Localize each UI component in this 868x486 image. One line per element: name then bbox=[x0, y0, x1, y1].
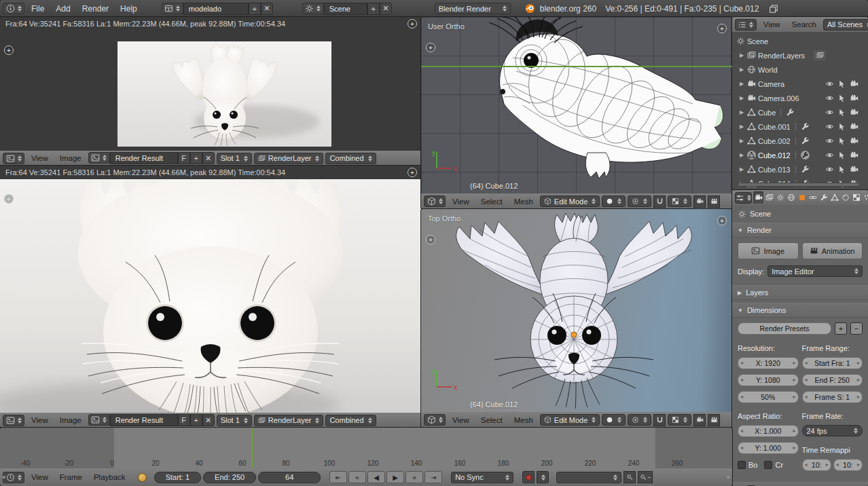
expand-icon[interactable]: ▶ bbox=[738, 67, 745, 73]
add-scene-button[interactable]: + bbox=[367, 3, 380, 15]
cursor-icon[interactable] bbox=[837, 151, 846, 160]
stepper-left-icon[interactable]: ◂ bbox=[740, 428, 743, 434]
stepper-left-icon[interactable]: ◂ bbox=[805, 394, 808, 400]
stepper-right-icon[interactable]: ▸ bbox=[857, 394, 860, 400]
menu-view[interactable]: View bbox=[26, 472, 53, 482]
camera-icon[interactable] bbox=[850, 79, 858, 88]
menu-search[interactable]: Search bbox=[787, 20, 821, 29]
eye-icon[interactable] bbox=[825, 122, 834, 131]
stepper-right-icon[interactable]: ▸ bbox=[857, 360, 860, 366]
eye-icon[interactable] bbox=[825, 136, 834, 145]
keying-set-dropdown[interactable] bbox=[556, 472, 621, 483]
remap-new-field[interactable]: ◂10:▸ bbox=[833, 459, 863, 471]
render-presets-dropdown[interactable]: Render Presets bbox=[738, 322, 831, 335]
eye-icon[interactable] bbox=[825, 165, 834, 174]
render-layer-dropdown[interactable]: RenderLayer bbox=[254, 153, 324, 164]
resolution-y-field[interactable]: ◂Y: 1080▸ bbox=[738, 374, 799, 386]
stepper-left-icon[interactable]: ◂ bbox=[740, 377, 743, 383]
stepper-right-icon[interactable]: ▸ bbox=[793, 377, 795, 383]
menu-select[interactable]: Select bbox=[476, 415, 507, 425]
opengl-render-anim-button[interactable] bbox=[708, 414, 720, 426]
outliner-row-scene[interactable]: ▼Scene bbox=[732, 34, 868, 48]
fake-user-button[interactable]: F bbox=[178, 152, 190, 164]
viewport-canvas[interactable]: User Ortho + + bbox=[421, 17, 732, 193]
aspect-y-field[interactable]: ◂Y: 1.000▸ bbox=[738, 442, 799, 454]
end-frame-field[interactable]: ◂End: 250▸ bbox=[203, 472, 256, 483]
aspect-x-field[interactable]: ◂X: 1.000▸ bbox=[738, 425, 799, 437]
stepper-right-icon[interactable]: ▸ bbox=[793, 394, 795, 400]
scene-name-field[interactable]: Scene bbox=[324, 3, 367, 15]
render-pass-dropdown[interactable]: Combined bbox=[325, 415, 376, 426]
play-button[interactable]: ▶ bbox=[386, 471, 404, 483]
current-frame-field[interactable]: ◂64▸ bbox=[258, 472, 321, 483]
editor-type-button[interactable] bbox=[3, 153, 24, 164]
delete-layout-button[interactable]: ✕ bbox=[261, 3, 273, 15]
cursor-icon[interactable] bbox=[837, 108, 846, 117]
jump-to-end-button[interactable]: ⇥ bbox=[424, 471, 442, 483]
menu-view[interactable]: View bbox=[759, 20, 785, 29]
resolution-percentage-field[interactable]: ◂50%▸ bbox=[738, 391, 799, 403]
menu-view[interactable]: View bbox=[26, 153, 53, 163]
frame-step-field[interactable]: ◂Frame S: 1▸ bbox=[802, 391, 863, 403]
image-canvas[interactable]: + bbox=[0, 31, 421, 151]
camera-icon[interactable] bbox=[850, 151, 858, 160]
cursor-icon[interactable] bbox=[837, 94, 846, 102]
auto-keyframe-mode-dropdown[interactable] bbox=[537, 471, 549, 483]
mode-dropdown[interactable]: Edit Mode bbox=[540, 195, 600, 207]
image-browse-button[interactable] bbox=[88, 414, 110, 426]
resolution-x-field[interactable]: ◂X: 1920▸ bbox=[738, 357, 799, 369]
panel-header-layers[interactable]: ▶Layers bbox=[732, 285, 868, 300]
outliner-row-renderlayers[interactable]: ▶RenderLayers bbox=[732, 48, 868, 62]
opengl-render-anim-button[interactable] bbox=[708, 195, 720, 208]
render-engine-dropdown[interactable]: Blender Render bbox=[435, 3, 511, 14]
image-name-field[interactable]: Render Result bbox=[110, 152, 178, 164]
preview-range-icon[interactable] bbox=[138, 473, 147, 482]
render-layer-dropdown[interactable]: RenderLayer bbox=[254, 415, 324, 426]
expand-icon[interactable]: ▶ bbox=[738, 81, 745, 87]
image-browse-button[interactable] bbox=[88, 152, 110, 164]
viewport-canvas[interactable]: Top Ortho + + bbox=[421, 209, 732, 412]
tab-constraints[interactable] bbox=[808, 191, 818, 204]
expand-icon[interactable]: ▶ bbox=[738, 109, 745, 115]
border-checkbox[interactable] bbox=[738, 461, 746, 469]
unlink-image-button[interactable]: ✕ bbox=[202, 414, 215, 426]
outliner-row-cube-013[interactable]: ▶Cube.013 bbox=[732, 162, 868, 176]
menu-mesh[interactable]: Mesh bbox=[509, 197, 538, 206]
eye-icon[interactable] bbox=[825, 79, 834, 88]
menu-view[interactable]: View bbox=[448, 197, 474, 206]
panel-header-render[interactable]: ▼Render bbox=[732, 223, 868, 238]
shading-dropdown[interactable] bbox=[602, 414, 626, 426]
horizontal-scrollbar[interactable] bbox=[738, 183, 860, 187]
tab-material[interactable] bbox=[840, 191, 850, 204]
new-image-button[interactable]: + bbox=[190, 152, 202, 164]
menu-frame[interactable]: Frame bbox=[55, 472, 87, 482]
remove-preset-button[interactable]: − bbox=[850, 322, 863, 335]
tab-modifiers[interactable] bbox=[818, 191, 829, 204]
menu-add[interactable]: Add bbox=[51, 3, 75, 14]
eye-icon[interactable] bbox=[825, 151, 834, 160]
expand-icon[interactable]: ▼ bbox=[732, 38, 734, 44]
snap-toggle-button[interactable] bbox=[653, 195, 666, 208]
fps-dropdown[interactable]: 24 fps bbox=[802, 425, 863, 436]
current-frame-playhead[interactable] bbox=[251, 428, 253, 468]
fake-user-button[interactable]: F bbox=[178, 414, 190, 426]
stepper-right-icon[interactable]: ▸ bbox=[727, 474, 730, 480]
tab-particles[interactable] bbox=[862, 191, 868, 204]
menu-render[interactable]: Render bbox=[77, 3, 113, 14]
eye-icon[interactable] bbox=[825, 94, 834, 102]
slot-dropdown[interactable]: Slot 1 bbox=[217, 153, 252, 164]
remap-old-field[interactable]: ◂10:▸ bbox=[802, 459, 831, 471]
opengl-render-button[interactable] bbox=[693, 414, 706, 426]
panel-header-anti-aliasing[interactable]: ▼ ✓ Anti-Aliasing bbox=[732, 482, 868, 486]
camera-icon[interactable] bbox=[850, 108, 858, 117]
layout-name-field[interactable]: modelado bbox=[183, 3, 249, 15]
camera-icon[interactable] bbox=[850, 94, 858, 102]
cursor-icon[interactable] bbox=[837, 165, 846, 174]
region-plus-icon[interactable]: + bbox=[4, 45, 14, 55]
pivot-dropdown[interactable] bbox=[628, 414, 651, 426]
snap-element-dropdown[interactable] bbox=[668, 414, 691, 426]
timeline-canvas[interactable]: -40 -20 0 20 40 60 80 100 120 140 160 18… bbox=[0, 428, 732, 468]
auto-keyframe-button[interactable] bbox=[522, 471, 535, 483]
image-canvas[interactable]: + bbox=[0, 179, 421, 413]
stepper-right-icon[interactable]: ▸ bbox=[793, 360, 795, 366]
